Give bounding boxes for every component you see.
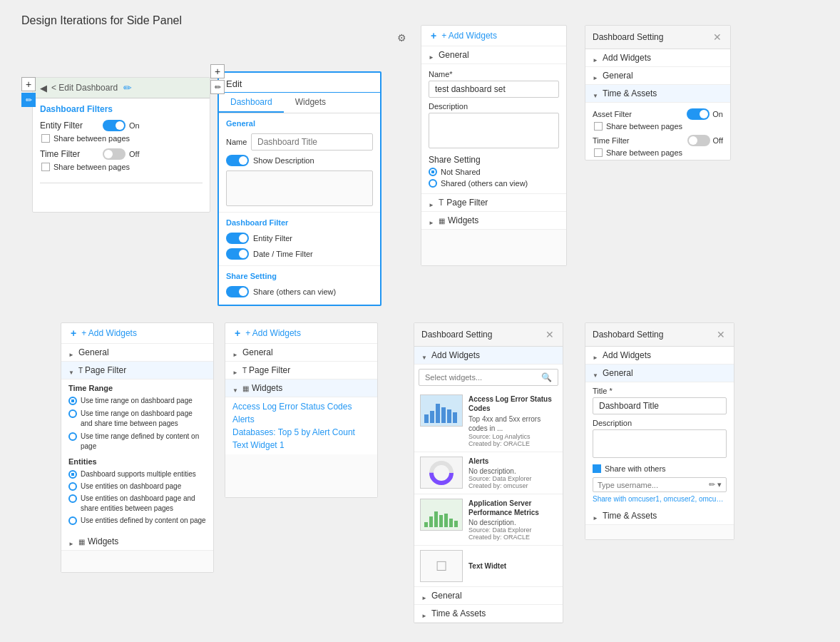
general-expand-8 (593, 370, 600, 377)
tab-bar: Dashboard Widgets (219, 93, 380, 113)
pencil-icon[interactable]: ✏ (21, 93, 36, 107)
tab-dashboard[interactable]: Dashboard (219, 93, 284, 113)
time-filter-toggle[interactable] (103, 148, 126, 160)
asset-share-checkbox[interactable] (594, 122, 603, 131)
panel2-pencil-icon[interactable]: ✏ (210, 80, 225, 94)
svg-rect-0 (424, 414, 429, 423)
page-filter-row-6[interactable]: T Page Filter (225, 362, 377, 379)
shared-radio[interactable] (429, 179, 437, 188)
general-label-4: General (603, 71, 633, 81)
widget-link-1[interactable]: Access Log Error Status Codes (225, 400, 377, 413)
widget-link-2[interactable]: Alerts (225, 413, 377, 426)
widget-link-4[interactable]: Text Widget 1 (225, 439, 377, 452)
panel-dashboard-setting-top: Dashboard Setting ✕ Add Widgets General … (585, 25, 731, 160)
close-button-8[interactable]: ✕ (715, 329, 727, 340)
close-button-7[interactable]: ✕ (544, 329, 555, 340)
dropdown-icon-8[interactable]: ▾ (717, 480, 722, 489)
name-input-3[interactable] (429, 81, 559, 98)
add-widgets-label-4: Add Widgets (603, 53, 651, 63)
name-input[interactable] (251, 133, 373, 151)
general-row-4[interactable]: General (585, 67, 730, 85)
add-widgets-row-5[interactable]: + + Add Widgets (61, 323, 213, 344)
time-assets-row-7[interactable]: Time & Assets (414, 605, 563, 623)
widget4-name: Text Widtet (468, 562, 557, 570)
general-row-5[interactable]: General (61, 344, 213, 362)
add-widgets-expand-4 (593, 54, 600, 61)
add-widgets-row-6[interactable]: + + Add Widgets (225, 323, 377, 344)
panel-widgets-list: + + Add Widgets General T Page Filter ▦ … (225, 322, 378, 498)
add-icon[interactable]: + (21, 77, 36, 91)
search-bar-7: 🔍 (419, 369, 558, 386)
title-input-8[interactable] (593, 397, 727, 414)
share-toggle[interactable] (226, 286, 249, 297)
widget-card-1[interactable]: Access Log Error Status Codes Top 4xx an… (414, 390, 563, 452)
asset-filter-toggle[interactable] (687, 108, 710, 120)
panel-dashobard-setting-right: Dashobard Setting ✕ Add Widgets General … (585, 322, 734, 540)
not-shared-radio[interactable] (429, 168, 437, 176)
add-widgets-row[interactable]: + + Add Widgets (421, 26, 566, 46)
widget2-creator: Created by: omcuser (468, 482, 557, 489)
add-widgets-row-7[interactable]: Add Widgets (414, 347, 563, 365)
time-assets-row-8[interactable]: Time & Assets (585, 507, 734, 525)
svg-rect-14 (454, 521, 458, 527)
entity-filter-label: Entity Filter (40, 121, 97, 131)
add-widgets-row-8[interactable]: Add Widgets (585, 347, 734, 365)
entity-opt1-radio[interactable] (68, 470, 77, 479)
share-checkbox-8[interactable] (593, 464, 601, 473)
general-row-8[interactable]: General (585, 365, 734, 382)
page-filter-label-6: Page Filter (249, 365, 290, 375)
description-input-8[interactable] (593, 429, 727, 458)
tab-widgets[interactable]: Widgets (284, 93, 337, 113)
desc-label: Description (429, 102, 559, 111)
page-title: Design Iterations for Side Panel (21, 14, 182, 27)
entity-share-checkbox[interactable] (41, 134, 50, 143)
time-opt2-radio[interactable] (68, 409, 77, 418)
general-row-6[interactable]: General (225, 344, 377, 362)
add-widgets-label-6: + Add Widgets (245, 328, 301, 338)
time-range-label: Time Range (68, 384, 206, 392)
general-section-label: General (219, 113, 380, 131)
general-expand (429, 51, 436, 58)
entity-filter-toggle[interactable] (103, 120, 126, 131)
widget-card-2[interactable]: Alerts No description. Source: Data Expl… (414, 452, 563, 494)
widget-card-3[interactable]: Application Server Performance Metrics N… (414, 494, 563, 546)
close-button-4[interactable]: ✕ (712, 31, 723, 43)
page-filter-expand-6 (232, 367, 240, 374)
page-filter-row-5[interactable]: T Page Filter (61, 362, 213, 379)
widget-link-3[interactable]: Databases: Top 5 by Alert Count (225, 426, 377, 439)
time-opt3-radio[interactable] (68, 432, 77, 441)
widgets-row[interactable]: ▦ Widgets (421, 212, 566, 230)
entity-opt2-radio[interactable] (68, 482, 77, 491)
entity-opt3-radio[interactable] (68, 494, 77, 503)
general-label-7: General (431, 591, 462, 601)
svg-rect-8 (424, 522, 428, 527)
gear-icon[interactable] (397, 32, 406, 44)
time-share-checkbox-4[interactable] (594, 148, 603, 157)
show-desc-toggle[interactable] (226, 155, 249, 166)
entity-filter-toggle2[interactable] (226, 233, 249, 244)
widget2-chart (422, 459, 461, 487)
page-filter-row[interactable]: T Page Filter (421, 193, 566, 212)
entity-opt4-radio[interactable] (68, 516, 77, 525)
widgets-row-5[interactable]: ▦ Widgets (61, 533, 213, 551)
datetime-filter-toggle[interactable] (226, 248, 249, 260)
time-assets-row-4[interactable]: Time & Assets (585, 85, 730, 103)
edit-icon-8[interactable]: ✏ (709, 480, 715, 489)
svg-rect-10 (434, 511, 438, 527)
widget-card-4[interactable]: ☐ Text Widtet (414, 546, 563, 587)
general-row[interactable]: General (421, 46, 566, 64)
widgets-row-6[interactable]: ▦ Widgets (225, 379, 377, 397)
time-assets-label-8: Time & Assets (603, 511, 657, 521)
add-widgets-row-4[interactable]: Add Widgets (585, 49, 730, 67)
description-input[interactable] (429, 113, 559, 148)
search-input-7[interactable] (425, 373, 541, 382)
svg-rect-2 (436, 404, 440, 423)
time-share-checkbox[interactable] (41, 163, 50, 171)
svg-rect-9 (429, 516, 433, 527)
panel2-add-icon[interactable]: + (210, 64, 225, 78)
username-input-8[interactable] (598, 481, 709, 489)
time-filter-toggle-4[interactable] (687, 135, 710, 146)
add-widgets-expand-7 (421, 352, 429, 359)
time-opt1-radio[interactable] (68, 397, 77, 405)
general-row-7[interactable]: General (414, 587, 563, 605)
